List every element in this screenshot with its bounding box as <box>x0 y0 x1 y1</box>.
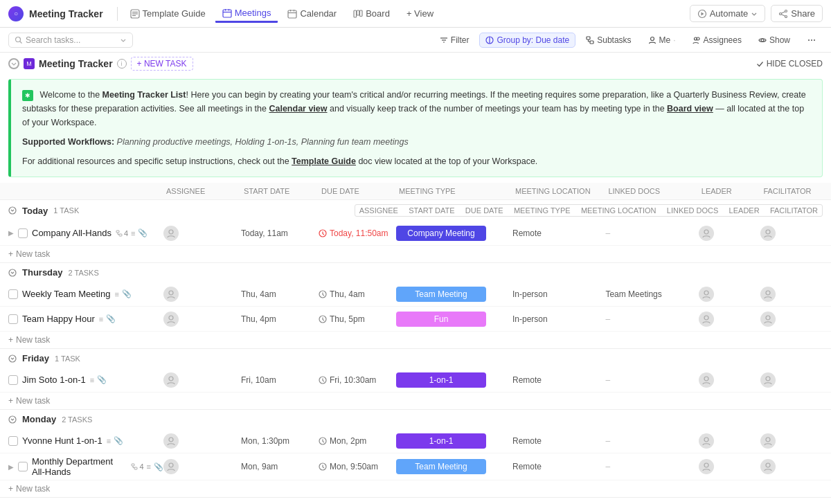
leader-avatar <box>699 226 714 241</box>
task-name[interactable]: Weekly Team Meeting <box>22 289 110 299</box>
attachment-icon[interactable]: 📎 <box>97 375 107 384</box>
scrollable-content: M Meeting Tracker i + NEW TASK HIDE CLOS… <box>0 53 831 498</box>
nav-board[interactable]: Board <box>346 6 397 21</box>
svg-point-34 <box>808 39 810 41</box>
group-today-header[interactable]: Today 1 TASK ASSIGNEE START DATE DUE DAT… <box>0 200 831 221</box>
col-linked-docs: LINKED DOCS <box>605 186 698 197</box>
more-button[interactable] <box>801 33 823 48</box>
group-today-name: Today <box>22 206 48 216</box>
filter-button[interactable]: Filter <box>434 33 476 48</box>
meeting-type-badge[interactable]: Company Meeting <box>396 226 486 241</box>
task-expand-icon[interactable]: ▶ <box>8 463 14 471</box>
avatar-icon <box>166 289 176 299</box>
svg-point-18 <box>785 15 787 17</box>
toolbar-right: Filter Group by: Due date Subtasks Me · … <box>434 33 823 48</box>
avatar-icon <box>702 314 711 324</box>
attachment-icon[interactable]: 📎 <box>122 289 132 298</box>
new-task-friday[interactable]: +New task <box>0 393 831 409</box>
hide-closed-button[interactable]: HIDE CLOSED <box>756 59 823 69</box>
group-friday-header[interactable]: Friday 1 TASK <box>0 349 831 368</box>
task-name[interactable]: Company All-Hands <box>32 228 111 238</box>
task-checkbox[interactable] <box>8 314 18 324</box>
task-checkbox[interactable] <box>18 462 28 471</box>
group-thursday-name: Thursday <box>22 267 63 278</box>
task-name[interactable]: Jim Soto 1-on-1 <box>22 375 86 385</box>
new-task-link[interactable]: + NEW TASK <box>131 57 193 71</box>
task-expand-icon[interactable]: ▶ <box>8 229 14 237</box>
group-toggle-icon <box>8 415 17 424</box>
nav-meetings-label: Meetings <box>235 8 271 18</box>
attachment-icon[interactable]: 📎 <box>138 228 148 237</box>
description-icon[interactable]: ≡ <box>107 437 111 445</box>
board-view-link[interactable]: Board view <box>667 104 713 114</box>
col-headers-today: ASSIGNEE START DATE DUE DATE MEETING TYP… <box>355 204 823 217</box>
intro-card: ✱ Welcome to the Meeting Tracker List! H… <box>8 79 823 177</box>
description-icon[interactable]: ≡ <box>114 290 118 298</box>
leader-avatar <box>699 287 714 302</box>
filter-icon <box>440 36 448 44</box>
subtasks-button[interactable]: Subtasks <box>580 33 637 48</box>
table-row: Jim Soto 1-on-1 ≡ 📎 Fri, 10am Fri, 10:30… <box>0 368 831 393</box>
task-checkbox[interactable] <box>8 436 18 446</box>
show-button[interactable]: Show <box>752 33 796 48</box>
svg-rect-63 <box>132 464 134 466</box>
task-checkbox[interactable] <box>18 228 28 238</box>
facilitator-avatar <box>760 433 776 449</box>
new-task-today[interactable]: +New task <box>0 246 831 262</box>
table-header: ASSIGNEE START DATE DUE DATE MEETING TYP… <box>0 183 831 200</box>
nav-template-guide[interactable]: Template Guide <box>123 6 213 21</box>
description-icon[interactable]: ≡ <box>90 376 94 384</box>
start-date: Thu, 4pm <box>241 314 319 324</box>
template-guide-link[interactable]: Template Guide <box>292 156 356 166</box>
automate-button[interactable]: Automate <box>690 5 766 22</box>
description-icon[interactable]: ≡ <box>147 462 151 471</box>
meeting-type-badge[interactable]: 1-on-1 <box>396 372 486 388</box>
assignee-avatar <box>163 312 179 327</box>
task-badges: ≡ 📎 <box>114 289 131 298</box>
description-icon[interactable]: ≡ <box>131 229 135 237</box>
share-button[interactable]: Share <box>771 5 823 22</box>
linked-docs-cell: – <box>605 436 698 446</box>
collapse-icon <box>11 61 17 66</box>
svg-point-42 <box>704 230 708 234</box>
subtask-count-badge: 4 <box>116 229 128 237</box>
description-icon[interactable]: ≡ <box>99 315 103 323</box>
task-name[interactable]: Yvonne Hunt 1-on-1 <box>22 435 102 446</box>
info-icon[interactable]: i <box>117 59 127 69</box>
meeting-type-badge[interactable]: Team Meeting <box>396 459 486 474</box>
avatar-icon <box>763 289 773 299</box>
col-task <box>8 186 163 197</box>
meeting-type-badge[interactable]: Team Meeting <box>396 287 486 302</box>
nav-add-view[interactable]: + View <box>400 6 440 21</box>
task-checkbox[interactable] <box>8 289 18 299</box>
table-row: ▶ Monthly Department All-Hands 4 ≡ 📎 <box>0 453 831 480</box>
task-checkbox[interactable] <box>8 375 18 385</box>
search-box[interactable]: Search tasks... <box>8 33 133 48</box>
attachment-icon[interactable]: 📎 <box>154 462 163 471</box>
nav-calendar[interactable]: Calendar <box>280 6 343 21</box>
group-thursday-header[interactable]: Thursday 2 TASKS <box>0 263 831 282</box>
svg-rect-8 <box>288 10 296 18</box>
collapse-all-icon[interactable] <box>8 58 19 69</box>
group-monday-header[interactable]: Monday 2 TASKS <box>0 410 831 429</box>
svg-point-45 <box>169 291 173 295</box>
calendar-view-link[interactable]: Calendar view <box>269 104 327 114</box>
avatar-icon <box>166 228 176 238</box>
new-task-thursday[interactable]: +New task <box>0 332 831 348</box>
new-task-monday[interactable]: +New task <box>0 480 831 497</box>
meeting-type-badge[interactable]: 1-on-1 <box>396 433 486 449</box>
meetings-icon <box>222 8 232 18</box>
attachment-icon[interactable]: 📎 <box>106 314 116 323</box>
group-by-button[interactable]: Group by: Due date <box>479 33 575 48</box>
filter-label: Filter <box>451 35 470 45</box>
attachment-icon[interactable]: 📎 <box>114 436 123 445</box>
meeting-type-badge[interactable]: Fun <box>396 312 486 327</box>
me-button[interactable]: Me · <box>642 33 682 48</box>
nav-meetings[interactable]: Meetings <box>215 5 278 22</box>
assignees-button[interactable]: Assignees <box>686 33 748 48</box>
task-name[interactable]: Monthly Department All-Hands <box>32 456 127 477</box>
group-toggle-icon <box>8 354 17 363</box>
avatar-icon <box>166 436 176 446</box>
task-name[interactable]: Team Happy Hour <box>22 314 95 324</box>
leader-avatar <box>699 433 714 449</box>
